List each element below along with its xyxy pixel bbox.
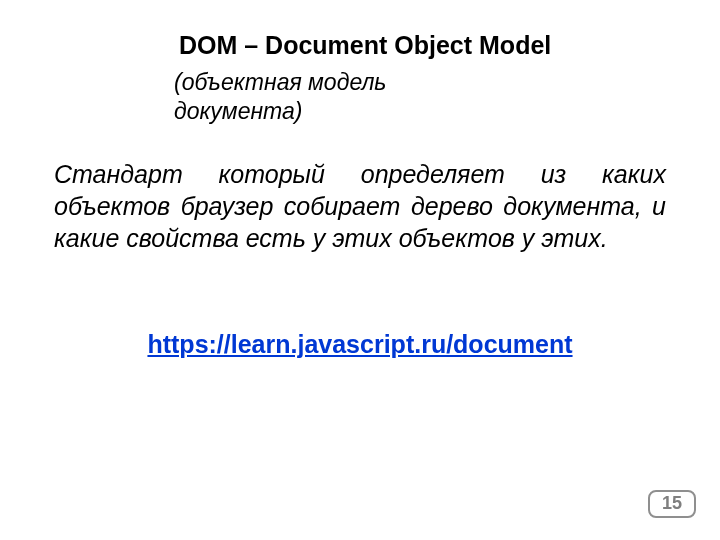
- body-text: Стандарт который определяет из каких объ…: [54, 158, 666, 254]
- slide-title: DOM – Document Object Model: [179, 30, 551, 60]
- page-number-badge: 15: [648, 490, 696, 518]
- reference-link[interactable]: https://learn.javascript.ru/document: [147, 330, 572, 359]
- slide-subtitle: (объектная модель документа): [174, 68, 484, 126]
- link-container: https://learn.javascript.ru/document: [0, 330, 720, 359]
- slide: DOM – Document Object Model (объектная м…: [0, 0, 720, 540]
